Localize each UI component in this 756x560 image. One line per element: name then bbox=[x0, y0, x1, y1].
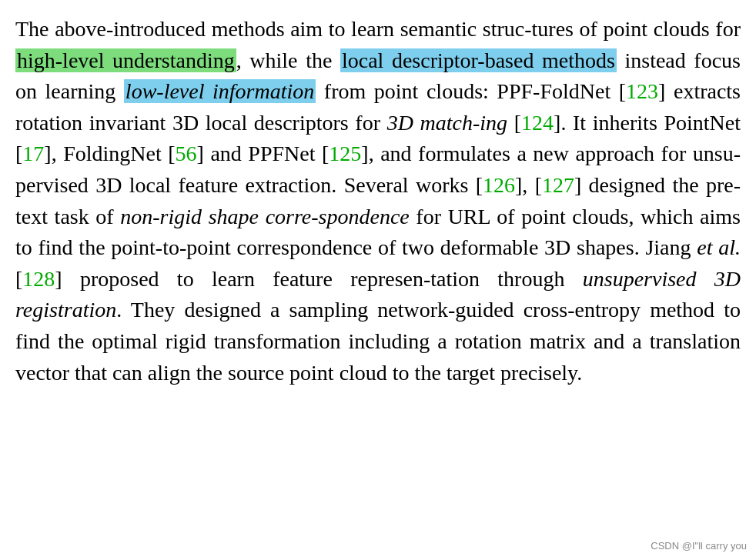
watermark: CSDN @I"ll carry you bbox=[651, 539, 747, 554]
ref-127: 127 bbox=[542, 173, 574, 197]
text-while: , while the bbox=[236, 48, 340, 72]
ref-128: 128 bbox=[22, 267, 55, 291]
ref-56: 56 bbox=[176, 142, 197, 165]
text-bracket-128: [ bbox=[15, 267, 22, 291]
text-folding: ], FoldingNet [ bbox=[44, 142, 175, 165]
text-3d-matching: 3D match-ing bbox=[387, 111, 507, 135]
ref-124: 124 bbox=[521, 111, 554, 135]
ref-125: 125 bbox=[329, 142, 361, 165]
ref-123: 123 bbox=[626, 79, 658, 103]
highlight-low-level: low-level information bbox=[124, 79, 316, 103]
text-intro: The above-introduced methods aim to lear… bbox=[15, 17, 741, 41]
highlight-high-level: high-level understanding bbox=[15, 48, 236, 72]
text-non-rigid: non-rigid shape corre-spondence bbox=[120, 205, 409, 228]
text-bracket-124: [ bbox=[507, 111, 521, 135]
ref-126: 126 bbox=[483, 173, 515, 197]
text-they-designed: . They designed a sampling network-guide… bbox=[15, 298, 741, 384]
text-et-al: et al. bbox=[697, 235, 741, 259]
highlight-local-descriptor: local descriptor-based methods bbox=[340, 48, 617, 72]
text-proposed: ] proposed to learn feature represen-tat… bbox=[55, 267, 582, 291]
ref-17: 17 bbox=[22, 142, 44, 165]
page-container: The above-introduced methods aim to lear… bbox=[0, 0, 756, 560]
main-text-block: The above-introduced methods aim to lear… bbox=[15, 14, 741, 388]
text-ppfnet: ] and PPFNet [ bbox=[197, 142, 329, 165]
text-bracket-127: ], [ bbox=[515, 173, 542, 197]
text-from: from point clouds: PPF-FoldNet [ bbox=[316, 79, 626, 103]
